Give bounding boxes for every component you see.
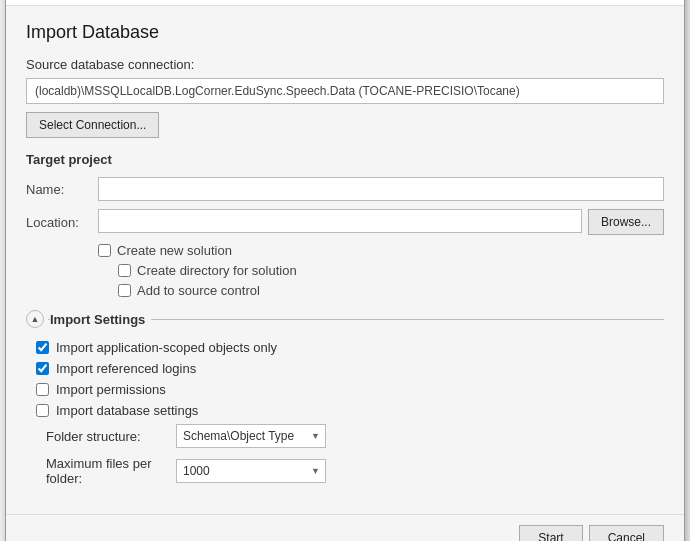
folder-structure-row: Folder structure: Schema\Object Type Sch… <box>46 424 664 448</box>
create-directory-row: Create directory for solution <box>118 263 664 278</box>
import-app-scoped-label: Import application-scoped objects only <box>56 340 277 355</box>
import-db-settings-checkbox[interactable] <box>36 404 49 417</box>
max-files-select-wrapper: 1000 500 250 100 <box>176 459 326 483</box>
name-label: Name: <box>26 182 98 197</box>
import-app-scoped-checkbox[interactable] <box>36 341 49 354</box>
import-settings-section: ▲ Import Settings Import application-sco… <box>26 310 664 486</box>
target-project-title: Target project <box>26 152 664 167</box>
create-new-solution-checkbox[interactable] <box>98 244 111 257</box>
select-connection-button[interactable]: Select Connection... <box>26 112 159 138</box>
location-label: Location: <box>26 215 98 230</box>
max-files-select[interactable]: 1000 500 250 100 <box>176 459 326 483</box>
add-source-control-checkbox[interactable] <box>118 284 131 297</box>
location-row: Location: Browse... <box>26 209 664 235</box>
import-db-settings-label: Import database settings <box>56 403 198 418</box>
create-directory-checkbox[interactable] <box>118 264 131 277</box>
source-connection-label: Source database connection: <box>26 57 664 72</box>
dialog-title: Import Database <box>26 22 664 43</box>
cancel-button[interactable]: Cancel <box>589 525 664 541</box>
source-connection-section: Source database connection: Select Conne… <box>26 57 664 138</box>
add-source-control-row: Add to source control <box>118 283 664 298</box>
import-permissions-label: Import permissions <box>56 382 166 397</box>
import-logins-checkbox[interactable] <box>36 362 49 375</box>
name-input[interactable] <box>98 177 664 201</box>
import-settings-title: Import Settings <box>50 312 151 327</box>
import-settings-header: ▲ Import Settings <box>26 310 664 328</box>
create-new-solution-label: Create new solution <box>117 243 232 258</box>
dialog-content: Import Database Source database connecti… <box>6 6 684 510</box>
location-input[interactable] <box>98 209 582 233</box>
max-files-label: Maximum files per folder: <box>46 456 176 486</box>
import-permissions-row: Import permissions <box>36 382 664 397</box>
target-project-section: Target project Name: Location: Browse...… <box>26 152 664 298</box>
import-logins-row: Import referenced logins <box>36 361 664 376</box>
location-input-group: Browse... <box>98 209 664 235</box>
folder-structure-select-wrapper: Schema\Object Type Schema Object Type No… <box>176 424 326 448</box>
import-checkboxes-container: Import application-scoped objects only I… <box>36 340 664 486</box>
name-row: Name: <box>26 177 664 201</box>
add-source-control-label: Add to source control <box>137 283 260 298</box>
dialog-footer: Start Cancel <box>6 514 684 541</box>
import-db-settings-row: Import database settings <box>36 403 664 418</box>
folder-structure-select[interactable]: Schema\Object Type Schema Object Type No… <box>176 424 326 448</box>
source-connection-input[interactable] <box>26 78 664 104</box>
browse-button[interactable]: Browse... <box>588 209 664 235</box>
create-new-solution-row: Create new solution <box>98 243 664 258</box>
import-app-scoped-row: Import application-scoped objects only <box>36 340 664 355</box>
import-database-dialog: Import Database ? ✕ Import Database Sour… <box>5 0 685 541</box>
collapse-button[interactable]: ▲ <box>26 310 44 328</box>
import-logins-label: Import referenced logins <box>56 361 196 376</box>
start-button[interactable]: Start <box>519 525 582 541</box>
create-directory-label: Create directory for solution <box>137 263 297 278</box>
import-permissions-checkbox[interactable] <box>36 383 49 396</box>
max-files-row: Maximum files per folder: 1000 500 250 1… <box>46 456 664 486</box>
folder-structure-label: Folder structure: <box>46 429 176 444</box>
